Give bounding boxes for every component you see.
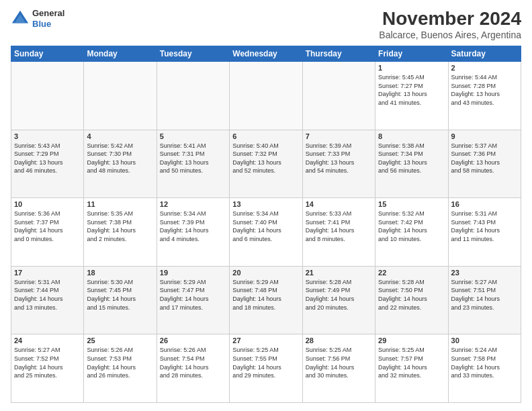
calendar-cell: 14Sunrise: 5:33 AMSunset: 7:41 PMDayligh… xyxy=(302,198,375,267)
calendar-cell: 18Sunrise: 5:30 AMSunset: 7:45 PMDayligh… xyxy=(84,266,157,334)
calendar-cell: 23Sunrise: 5:27 AMSunset: 7:51 PMDayligh… xyxy=(448,266,521,334)
day-number: 9 xyxy=(451,132,518,140)
calendar-header-monday: Monday xyxy=(84,46,157,62)
day-info: Sunrise: 5:27 AMSunset: 7:51 PMDaylight:… xyxy=(451,278,518,312)
calendar-cell: 26Sunrise: 5:26 AMSunset: 7:54 PMDayligh… xyxy=(157,334,229,403)
calendar-cell: 19Sunrise: 5:29 AMSunset: 7:47 PMDayligh… xyxy=(157,266,229,334)
day-number: 29 xyxy=(378,336,445,345)
day-info: Sunrise: 5:34 AMSunset: 7:40 PMDaylight:… xyxy=(232,210,299,243)
day-number: 12 xyxy=(160,200,226,208)
day-number: 15 xyxy=(378,200,445,208)
day-number: 3 xyxy=(14,132,81,140)
calendar-cell: 4Sunrise: 5:42 AMSunset: 7:30 PMDaylight… xyxy=(84,130,157,198)
calendar-cell xyxy=(84,62,157,130)
day-info: Sunrise: 5:40 AMSunset: 7:32 PMDaylight:… xyxy=(232,142,299,175)
calendar-cell: 9Sunrise: 5:37 AMSunset: 7:36 PMDaylight… xyxy=(448,130,521,198)
calendar-cell: 15Sunrise: 5:32 AMSunset: 7:42 PMDayligh… xyxy=(375,198,448,267)
day-info: Sunrise: 5:33 AMSunset: 7:41 PMDaylight:… xyxy=(306,210,372,243)
day-info: Sunrise: 5:39 AMSunset: 7:33 PMDaylight:… xyxy=(306,142,372,175)
day-info: Sunrise: 5:31 AMSunset: 7:43 PMDaylight:… xyxy=(451,210,518,243)
calendar-week-5: 24Sunrise: 5:27 AMSunset: 7:52 PMDayligh… xyxy=(11,334,521,403)
calendar-week-3: 10Sunrise: 5:36 AMSunset: 7:37 PMDayligh… xyxy=(11,198,521,267)
subtitle: Balcarce, Buenos Aires, Argentina xyxy=(379,30,521,40)
day-number: 18 xyxy=(87,269,153,277)
day-info: Sunrise: 5:26 AMSunset: 7:54 PMDaylight:… xyxy=(160,346,226,379)
day-number: 11 xyxy=(87,200,153,208)
calendar-cell xyxy=(11,62,84,130)
day-number: 23 xyxy=(451,269,518,277)
day-number: 1 xyxy=(378,64,445,72)
day-number: 27 xyxy=(232,336,299,345)
day-number: 28 xyxy=(306,336,372,345)
day-info: Sunrise: 5:37 AMSunset: 7:36 PMDaylight:… xyxy=(451,142,518,175)
main-title: November 2024 xyxy=(379,8,521,30)
day-number: 4 xyxy=(87,132,153,140)
calendar: SundayMondayTuesdayWednesdayThursdayFrid… xyxy=(11,46,521,403)
day-info: Sunrise: 5:44 AMSunset: 7:28 PMDaylight:… xyxy=(451,73,518,107)
calendar-week-2: 3Sunrise: 5:43 AMSunset: 7:29 PMDaylight… xyxy=(11,130,521,198)
day-info: Sunrise: 5:30 AMSunset: 7:45 PMDaylight:… xyxy=(87,278,153,312)
calendar-cell xyxy=(157,62,229,130)
day-number: 13 xyxy=(232,200,299,208)
day-number: 16 xyxy=(451,200,518,208)
calendar-cell: 28Sunrise: 5:25 AMSunset: 7:56 PMDayligh… xyxy=(302,334,375,403)
day-number: 7 xyxy=(306,132,372,140)
calendar-cell: 8Sunrise: 5:38 AMSunset: 7:34 PMDaylight… xyxy=(375,130,448,198)
day-number: 20 xyxy=(232,269,299,277)
day-info: Sunrise: 5:27 AMSunset: 7:52 PMDaylight:… xyxy=(14,346,81,379)
day-number: 25 xyxy=(87,336,153,345)
calendar-cell: 1Sunrise: 5:45 AMSunset: 7:27 PMDaylight… xyxy=(375,62,448,130)
day-info: Sunrise: 5:35 AMSunset: 7:38 PMDaylight:… xyxy=(87,210,153,243)
calendar-header-saturday: Saturday xyxy=(448,46,521,62)
day-number: 17 xyxy=(14,269,81,277)
day-number: 24 xyxy=(14,336,81,345)
calendar-cell: 3Sunrise: 5:43 AMSunset: 7:29 PMDaylight… xyxy=(11,130,84,198)
calendar-cell: 17Sunrise: 5:31 AMSunset: 7:44 PMDayligh… xyxy=(11,266,84,334)
day-number: 26 xyxy=(160,336,226,345)
day-info: Sunrise: 5:28 AMSunset: 7:49 PMDaylight:… xyxy=(306,278,372,312)
day-number: 19 xyxy=(160,269,226,277)
calendar-cell: 29Sunrise: 5:25 AMSunset: 7:57 PMDayligh… xyxy=(375,334,448,403)
day-number: 22 xyxy=(378,269,445,277)
calendar-cell: 22Sunrise: 5:28 AMSunset: 7:50 PMDayligh… xyxy=(375,266,448,334)
calendar-header-friday: Friday xyxy=(375,46,448,62)
day-info: Sunrise: 5:38 AMSunset: 7:34 PMDaylight:… xyxy=(378,142,445,175)
calendar-cell: 5Sunrise: 5:41 AMSunset: 7:31 PMDaylight… xyxy=(157,130,229,198)
logo: General Blue xyxy=(11,8,64,29)
calendar-week-1: 1Sunrise: 5:45 AMSunset: 7:27 PMDaylight… xyxy=(11,62,521,130)
logo-blue: Blue xyxy=(32,19,64,30)
day-info: Sunrise: 5:34 AMSunset: 7:39 PMDaylight:… xyxy=(160,210,226,243)
logo-general: General xyxy=(32,8,64,19)
page: General Blue November 2024 Balcarce, Bue… xyxy=(0,0,532,411)
calendar-cell: 10Sunrise: 5:36 AMSunset: 7:37 PMDayligh… xyxy=(11,198,84,267)
calendar-cell: 25Sunrise: 5:26 AMSunset: 7:53 PMDayligh… xyxy=(84,334,157,403)
day-info: Sunrise: 5:43 AMSunset: 7:29 PMDaylight:… xyxy=(14,142,81,175)
calendar-cell: 12Sunrise: 5:34 AMSunset: 7:39 PMDayligh… xyxy=(157,198,229,267)
logo-icon xyxy=(11,9,30,28)
calendar-cell: 13Sunrise: 5:34 AMSunset: 7:40 PMDayligh… xyxy=(230,198,302,267)
day-info: Sunrise: 5:32 AMSunset: 7:42 PMDaylight:… xyxy=(378,210,445,243)
calendar-cell xyxy=(302,62,375,130)
calendar-cell: 6Sunrise: 5:40 AMSunset: 7:32 PMDaylight… xyxy=(230,130,302,198)
calendar-cell: 16Sunrise: 5:31 AMSunset: 7:43 PMDayligh… xyxy=(448,198,521,267)
day-info: Sunrise: 5:29 AMSunset: 7:48 PMDaylight:… xyxy=(232,278,299,312)
calendar-cell: 11Sunrise: 5:35 AMSunset: 7:38 PMDayligh… xyxy=(84,198,157,267)
day-number: 30 xyxy=(451,336,518,345)
calendar-header-sunday: Sunday xyxy=(11,46,84,62)
calendar-cell: 7Sunrise: 5:39 AMSunset: 7:33 PMDaylight… xyxy=(302,130,375,198)
day-number: 8 xyxy=(378,132,445,140)
calendar-cell: 2Sunrise: 5:44 AMSunset: 7:28 PMDaylight… xyxy=(448,62,521,130)
title-block: November 2024 Balcarce, Buenos Aires, Ar… xyxy=(379,8,521,40)
logo-text: General Blue xyxy=(32,8,64,29)
header: General Blue November 2024 Balcarce, Bue… xyxy=(11,8,521,40)
day-info: Sunrise: 5:28 AMSunset: 7:50 PMDaylight:… xyxy=(378,278,445,312)
day-info: Sunrise: 5:31 AMSunset: 7:44 PMDaylight:… xyxy=(14,278,81,312)
day-info: Sunrise: 5:36 AMSunset: 7:37 PMDaylight:… xyxy=(14,210,81,243)
calendar-header-thursday: Thursday xyxy=(302,46,375,62)
calendar-cell: 30Sunrise: 5:24 AMSunset: 7:58 PMDayligh… xyxy=(448,334,521,403)
day-number: 2 xyxy=(451,64,518,72)
calendar-week-4: 17Sunrise: 5:31 AMSunset: 7:44 PMDayligh… xyxy=(11,266,521,334)
day-number: 6 xyxy=(232,132,299,140)
calendar-header-wednesday: Wednesday xyxy=(230,46,302,62)
day-info: Sunrise: 5:25 AMSunset: 7:56 PMDaylight:… xyxy=(306,346,372,379)
